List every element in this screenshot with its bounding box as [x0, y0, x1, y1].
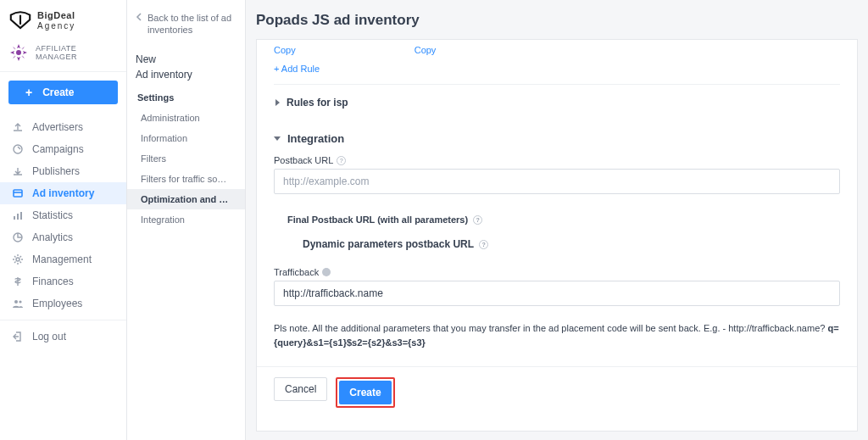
- ad-inventory-icon: [12, 187, 24, 199]
- rules-for-isp-label: Rules for isp: [287, 97, 348, 109]
- trafficback-label: Trafficback: [257, 262, 857, 281]
- nav-divider: [0, 320, 126, 320]
- postback-label-text: Postback URL: [274, 155, 333, 165]
- sub-sidebar: Back to the list of ad inventories New A…: [127, 0, 246, 440]
- nav-advertisers[interactable]: Advertisers: [0, 116, 126, 138]
- nav-label: Log out: [32, 331, 66, 343]
- svg-point-9: [19, 300, 21, 303]
- postback-label: Postback URL ?: [257, 150, 857, 169]
- subnav-administration[interactable]: Administration: [127, 108, 245, 128]
- nav-label: Statistics: [32, 209, 73, 221]
- integration-label: Integration: [287, 132, 344, 145]
- target-icon: [12, 143, 24, 155]
- analytics-icon: [12, 231, 24, 243]
- copy-link-2[interactable]: Copy: [415, 45, 437, 55]
- upload-icon: [12, 121, 24, 133]
- form-card: Copy Copy + Add Rule Rules for isp Integ…: [256, 39, 858, 432]
- subnav-optimization[interactable]: Optimization and rules: [127, 189, 245, 209]
- subnav-filters[interactable]: Filters: [127, 148, 245, 169]
- triangle-down-icon: [274, 136, 281, 141]
- help-icon[interactable]: ?: [337, 156, 346, 165]
- main: Popads JS ad inventory Copy Copy + Add R…: [246, 0, 868, 440]
- finances-icon: [12, 276, 24, 287]
- nav-label: Advertisers: [32, 121, 83, 133]
- svg-point-0: [16, 50, 21, 55]
- svg-point-8: [14, 300, 18, 304]
- logo-line1: BigDeal: [37, 10, 75, 20]
- nav-publishers[interactable]: Publishers: [0, 160, 126, 182]
- trafficback-note: Pls note. All the additional parameters …: [257, 315, 857, 366]
- nav-management[interactable]: Management: [0, 248, 126, 270]
- final-postback-label: Final Postback URL (with all parameters): [287, 214, 468, 225]
- col2-new-label: New: [127, 47, 245, 67]
- create-submit-button[interactable]: Create: [339, 381, 391, 404]
- nav-analytics[interactable]: Analytics: [0, 226, 126, 248]
- affiliate-label: AFFILIATE MANAGER: [36, 44, 118, 61]
- avatar-icon: [8, 42, 29, 63]
- employees-icon: [12, 298, 24, 309]
- svg-point-7: [16, 258, 19, 261]
- col2-adinventory-label: Ad inventory: [127, 67, 245, 87]
- nav-campaigns[interactable]: Campaigns: [0, 138, 126, 160]
- svg-rect-2: [14, 190, 22, 197]
- create-button[interactable]: + Create: [8, 81, 118, 104]
- gear-icon: [12, 253, 24, 265]
- nav-label: Publishers: [32, 165, 80, 177]
- nav-ad-inventory[interactable]: Ad inventory: [0, 182, 126, 204]
- create-button-label: Create: [42, 86, 74, 98]
- subnav-integration[interactable]: Integration: [127, 209, 245, 230]
- note-text: Pls note. All the additional parameters …: [274, 323, 825, 333]
- integration-heading[interactable]: Integration: [257, 120, 857, 150]
- nav-label: Analytics: [32, 231, 73, 243]
- nav-label: Campaigns: [32, 143, 84, 155]
- sidebar: BigDeal Agency AFFILIATE MANAGER + Creat…: [0, 0, 127, 440]
- svg-rect-5: [20, 212, 22, 220]
- logo-line2: Agency: [37, 21, 75, 31]
- help-icon[interactable]: ?: [479, 240, 488, 249]
- nav-label: Employees: [32, 298, 82, 309]
- triangle-right-icon: [275, 99, 280, 106]
- logo-icon: [8, 10, 32, 31]
- nav-label: Ad inventory: [32, 187, 94, 199]
- trafficback-input[interactable]: [274, 281, 840, 306]
- trafficback-label-text: Trafficback: [274, 267, 319, 277]
- subnav-settings[interactable]: Settings: [127, 87, 245, 108]
- logout-icon: [12, 331, 24, 343]
- actions-bar: Cancel Create: [257, 366, 857, 418]
- copy-row: Copy Copy: [257, 45, 857, 60]
- statistics-icon: [12, 209, 24, 221]
- logo-text: BigDeal Agency: [37, 10, 75, 30]
- nav: Advertisers Campaigns Publishers Ad inve…: [0, 116, 126, 440]
- back-link[interactable]: Back to the list of ad inventories: [127, 7, 245, 47]
- integration-sub: Final Postback URL (with all parameters)…: [257, 203, 857, 262]
- svg-rect-3: [14, 216, 15, 220]
- dynamic-params-label: Dynamic parameters postback URL: [303, 238, 474, 250]
- sub-nav: Settings Administration Information Filt…: [127, 87, 245, 230]
- nav-logout[interactable]: Log out: [0, 326, 126, 348]
- copy-link-1[interactable]: Copy: [274, 45, 296, 55]
- svg-point-1: [14, 145, 22, 153]
- chevron-left-icon: [136, 13, 142, 36]
- rules-for-isp-row[interactable]: Rules for isp: [257, 85, 857, 120]
- plus-icon: +: [25, 86, 32, 99]
- affiliate-bar: AFFILIATE MANAGER: [0, 37, 126, 72]
- nav-employees[interactable]: Employees: [0, 292, 126, 315]
- logo: BigDeal Agency: [0, 0, 126, 37]
- create-highlight: Create: [336, 377, 394, 408]
- info-dot-icon[interactable]: [322, 268, 331, 276]
- add-rule-link[interactable]: + Add Rule: [257, 60, 857, 84]
- app-root: BigDeal Agency AFFILIATE MANAGER + Creat…: [0, 0, 868, 440]
- subnav-filters-traffic[interactable]: Filters for traffic sour...: [127, 169, 245, 189]
- cancel-button[interactable]: Cancel: [274, 377, 327, 401]
- dynamic-params-row[interactable]: Dynamic parameters postback URL ?: [287, 233, 857, 262]
- nav-statistics[interactable]: Statistics: [0, 204, 126, 226]
- help-icon[interactable]: ?: [473, 215, 482, 225]
- nav-finances[interactable]: Finances: [0, 270, 126, 292]
- subnav-information[interactable]: Information: [127, 128, 245, 148]
- back-label: Back to the list of ad inventories: [147, 12, 236, 36]
- nav-label: Finances: [32, 276, 74, 287]
- download-icon: [12, 165, 24, 177]
- svg-rect-4: [17, 214, 19, 220]
- nav-label: Management: [32, 253, 92, 265]
- postback-input[interactable]: [274, 169, 840, 194]
